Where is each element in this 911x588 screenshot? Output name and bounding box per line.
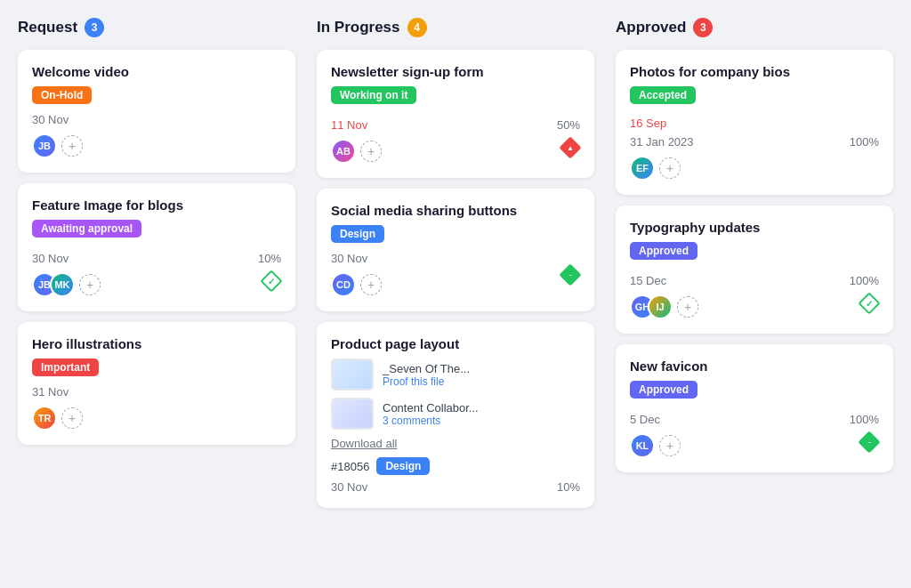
avatar-row-social: CD + xyxy=(331,272,382,297)
column-in-progress: In Progress 4 Newsletter sign-up form Wo… xyxy=(317,18,594,519)
file-info-1: _Seven Of The... Proof this file xyxy=(383,362,470,388)
card-title-typography: Typography updates xyxy=(630,220,879,235)
file-name-2: Content Collabor... xyxy=(383,401,479,415)
kanban-board: Request 3 Welcome video On-Hold 30 Nov J… xyxy=(18,18,893,519)
card-footer-social: 30 Nov CD + xyxy=(331,252,580,297)
card-title-hero: Hero illustrations xyxy=(32,336,281,351)
column-badge-progress: 4 xyxy=(407,18,427,37)
avatar-row-welcome-video: JB + xyxy=(32,133,83,158)
card-footer-welcome-video: 30 Nov JB + xyxy=(32,113,281,158)
card-footer-feature-image: JB MK + xyxy=(32,265,281,297)
card-title-feature-image: Feature Image for blogs xyxy=(32,197,281,213)
percent-typography: 100% xyxy=(850,274,879,287)
avatar-row-hero: TR + xyxy=(32,406,83,431)
date-typography: 15 Dec xyxy=(630,274,666,287)
avatar-row-typography: GH IJ + xyxy=(630,294,698,319)
card-title-newsletter: Newsletter sign-up form xyxy=(331,64,580,79)
percent-feature-image: 10% xyxy=(258,252,281,265)
percent-photos: 100% xyxy=(850,135,879,149)
tag-welcome-video: On-Hold xyxy=(32,86,92,104)
percent-product: 10% xyxy=(557,480,580,494)
add-member-welcome-video[interactable]: + xyxy=(61,135,83,157)
date2-photos: 31 Jan 2023 xyxy=(630,135,694,149)
column-title-progress: In Progress xyxy=(317,19,400,36)
avatar-row-feature-image: JB MK + xyxy=(32,272,101,297)
card-footer-hero: 31 Nov TR + xyxy=(32,385,281,431)
add-member-social[interactable]: + xyxy=(360,274,382,295)
diamond-icon-newsletter xyxy=(560,138,580,157)
date-row-photos: 16 Sep xyxy=(630,117,879,130)
diamond-icon-favicon xyxy=(859,432,879,452)
file-thumb-1 xyxy=(331,358,374,391)
tag-feature-image: Awaiting approval xyxy=(32,220,141,238)
card-title-photos: Photos for company bios xyxy=(630,64,879,79)
file-thumb-img-1 xyxy=(333,360,372,389)
add-member-favicon[interactable]: + xyxy=(659,435,681,456)
card-photos-bios: Photos for company bios Accepted 16 Sep … xyxy=(616,50,893,195)
card-product-page: Product page layout _Seven Of The... Pro… xyxy=(317,322,594,508)
column-title-request: Request xyxy=(18,19,77,36)
proof-file-link[interactable]: Proof this file xyxy=(383,375,470,388)
file-thumb-2 xyxy=(331,398,374,430)
card-typography: Typography updates Approved 15 Dec 100% … xyxy=(616,205,893,334)
dots-diamond-favicon xyxy=(858,431,880,453)
file-thumb-img-2 xyxy=(333,399,372,428)
add-member-typography[interactable]: + xyxy=(677,296,698,318)
percent-newsletter: 50% xyxy=(557,118,580,132)
column-title-approved: Approved xyxy=(616,19,686,36)
download-all-link[interactable]: Download all xyxy=(331,437,580,450)
card-title-favicon: New favicon xyxy=(630,358,879,374)
add-member-newsletter[interactable]: + xyxy=(360,141,382,162)
card-left-welcome-video: 30 Nov JB + xyxy=(32,113,83,158)
tag-social: Design xyxy=(331,225,384,243)
check-diamond-feature xyxy=(260,270,282,292)
diamond-icon-social xyxy=(560,265,580,285)
card-meta-feature-image: 30 Nov 10% xyxy=(32,252,281,265)
card-left-social: 30 Nov CD + xyxy=(331,252,382,297)
dots-diamond-social xyxy=(559,263,581,286)
tag-favicon: Approved xyxy=(630,381,697,399)
card-feature-image: Feature Image for blogs Awaiting approva… xyxy=(18,183,295,311)
card-footer-favicon: KL + xyxy=(630,426,879,458)
column-header-progress: In Progress 4 xyxy=(317,18,594,37)
card-meta-favicon: 5 Dec 100% xyxy=(630,413,879,426)
avatar-hero: TR xyxy=(32,406,57,431)
tag-typography: Approved xyxy=(630,242,697,260)
add-member-hero[interactable]: + xyxy=(61,407,83,429)
column-approved: Approved 3 Photos for company bios Accep… xyxy=(616,18,893,519)
card-title-product: Product page layout xyxy=(331,336,580,351)
percent-favicon: 100% xyxy=(850,413,879,426)
avatar-row-favicon: KL + xyxy=(630,433,681,458)
card-meta-typography: 15 Dec 100% xyxy=(630,274,879,287)
add-member-photos[interactable]: + xyxy=(659,157,681,179)
card-hero: Hero illustrations Important 31 Nov TR + xyxy=(18,322,295,445)
check-diamond-typography xyxy=(858,292,880,314)
tag-newsletter: Working on it xyxy=(331,86,416,104)
avatar-row-newsletter: AB + xyxy=(331,139,382,164)
card-meta-photos: 31 Jan 2023 100% xyxy=(630,135,879,149)
date-product: 30 Nov xyxy=(331,480,367,494)
avatar-social: CD xyxy=(331,272,356,297)
avatar-2-feature: MK xyxy=(50,272,75,297)
ticket-row: #18056 Design xyxy=(331,457,580,475)
file-item-1: _Seven Of The... Proof this file xyxy=(331,358,580,391)
file-item-2: Content Collabor... 3 comments xyxy=(331,398,580,430)
column-request: Request 3 Welcome video On-Hold 30 Nov J… xyxy=(18,18,295,519)
file-name-1: _Seven Of The... xyxy=(383,362,470,375)
date-newsletter: 11 Nov xyxy=(331,118,367,132)
avatars-typography: GH IJ xyxy=(630,294,673,319)
avatar-row-photos: EF + xyxy=(630,156,879,181)
avatar-1: JB xyxy=(32,133,57,158)
date-hero: 31 Nov xyxy=(32,385,83,399)
comments-link[interactable]: 3 comments xyxy=(383,415,479,427)
avatar-photos: EF xyxy=(630,156,655,181)
column-header-request: Request 3 xyxy=(18,18,295,37)
date-welcome-video: 30 Nov xyxy=(32,113,83,126)
card-footer-typography: GH IJ + xyxy=(630,287,879,319)
card-title-welcome-video: Welcome video xyxy=(32,64,281,79)
card-meta-newsletter: 11 Nov 50% xyxy=(331,118,580,132)
card-title-social: Social media sharing buttons xyxy=(331,203,580,218)
column-header-approved: Approved 3 xyxy=(616,18,893,37)
file-info-2: Content Collabor... 3 comments xyxy=(383,401,479,427)
add-member-feature[interactable]: + xyxy=(79,274,101,295)
